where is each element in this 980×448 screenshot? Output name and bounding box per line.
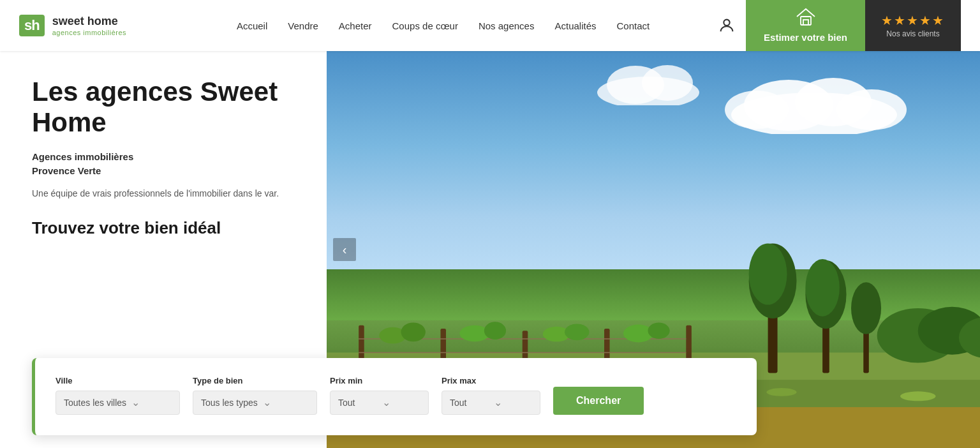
nav-acheter[interactable]: Acheter — [339, 20, 372, 31]
svg-rect-2 — [803, 20, 808, 25]
svg-point-23 — [401, 322, 425, 341]
prix-min-value: Tout — [338, 398, 377, 408]
svg-point-44 — [766, 388, 796, 396]
cloud-2 — [584, 61, 712, 108]
svg-point-37 — [851, 282, 881, 334]
hero-title: Les agences Sweet Home — [32, 77, 295, 138]
main-nav: Accueil Vendre Acheter Coups de cœur Nos… — [172, 20, 714, 31]
prix-min-chevron-icon: ⌄ — [382, 398, 421, 408]
nav-vendre[interactable]: Vendre — [288, 20, 318, 31]
svg-point-45 — [900, 391, 936, 401]
nav-accueil[interactable]: Accueil — [237, 20, 267, 31]
type-select[interactable]: Tous les types ⌄ — [193, 391, 317, 415]
estimer-button[interactable]: Estimer votre bien — [746, 0, 865, 51]
chercher-button[interactable]: Chercher — [553, 387, 644, 415]
svg-point-10 — [642, 65, 693, 101]
prix-min-label: Prix min — [330, 376, 429, 385]
prix-min-field-group: Prix min Tout ⌄ — [330, 376, 429, 415]
ville-select[interactable]: Toutes les villes ⌄ — [56, 391, 180, 415]
estimer-label: Estimer votre bien — [764, 31, 847, 44]
prix-max-label: Prix max — [442, 376, 540, 385]
svg-point-0 — [724, 20, 729, 26]
svg-point-29 — [648, 322, 669, 339]
svg-point-6 — [836, 89, 907, 130]
search-box: Ville Toutes les villes ⌄ Type de bien T… — [32, 358, 757, 435]
nav-actualites[interactable]: Actualités — [554, 20, 596, 31]
logo-icon: sh — [19, 15, 45, 36]
prix-max-select[interactable]: Tout ⌄ — [442, 391, 540, 415]
logo[interactable]: sh sweet home agences immobilières — [19, 15, 172, 36]
house-icon — [796, 8, 816, 30]
brand-name: sweet home — [52, 15, 126, 29]
prix-max-field-group: Prix max Tout ⌄ — [442, 376, 540, 415]
header-right: Estimer votre bien ★★★★★ Nos avis client… — [714, 0, 961, 51]
prix-max-value: Tout — [450, 398, 489, 408]
svg-point-7 — [725, 91, 789, 129]
svg-point-25 — [484, 322, 506, 340]
nav-contact[interactable]: Contact — [617, 20, 650, 31]
type-field-group: Type de bien Tous les types ⌄ — [193, 376, 317, 415]
type-label: Type de bien — [193, 376, 317, 385]
brand-subtitle: agences immobilières — [52, 29, 126, 36]
svg-rect-1 — [801, 17, 811, 25]
prix-min-select[interactable]: Tout ⌄ — [330, 391, 429, 415]
search-fields: Ville Toutes les villes ⌄ Type de bien T… — [56, 376, 736, 415]
ville-label: Ville — [56, 376, 180, 385]
type-chevron-icon: ⌄ — [263, 398, 309, 408]
account-icon[interactable] — [714, 13, 739, 38]
cloud-1 — [712, 70, 916, 137]
main-content: Les agences Sweet Home Agences immobiliè… — [0, 51, 980, 448]
nav-nos-agences[interactable]: Nos agences — [479, 20, 535, 31]
logo-initials: sh — [19, 15, 45, 36]
type-value: Tous les types — [201, 398, 258, 408]
header: sh sweet home agences immobilières Accue… — [0, 0, 980, 51]
logo-text: sweet home agences immobilières — [52, 15, 126, 36]
carousel-prev[interactable]: ‹ — [333, 238, 356, 261]
svg-point-35 — [805, 259, 839, 317]
stars: ★★★★★ — [881, 13, 945, 28]
svg-point-27 — [565, 324, 589, 340]
nav-coups-de-coeur[interactable]: Coups de cœur — [392, 20, 458, 31]
ville-value: Toutes les villes — [64, 398, 126, 408]
find-title: Trouvez votre bien idéal — [32, 218, 295, 238]
ville-chevron-icon: ⌄ — [131, 398, 172, 408]
avis-label: Nos avis clients — [886, 29, 939, 38]
avis-button[interactable]: ★★★★★ Nos avis clients — [865, 0, 961, 51]
prix-max-chevron-icon: ⌄ — [494, 398, 533, 408]
hero-subtitle: Agences immobilièresProvence Verte — [32, 150, 295, 179]
svg-point-32 — [749, 243, 787, 304]
ville-field-group: Ville Toutes les villes ⌄ — [56, 376, 180, 415]
hero-description: Une équipe de vrais professionnels de l'… — [32, 186, 295, 200]
